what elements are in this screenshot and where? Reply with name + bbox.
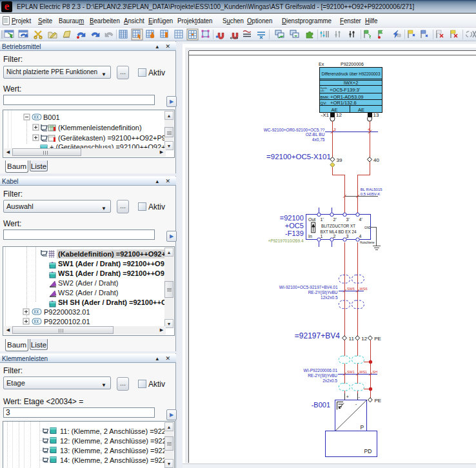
svg-text:BXT ML4 BD EX 24: BXT ML4 BD EX 24 bbox=[321, 229, 357, 235]
svg-text:IWX+2: IWX+2 bbox=[344, 80, 359, 86]
svg-text:PE: PE bbox=[375, 398, 382, 404]
svg-text:B001: B001 bbox=[43, 113, 60, 121]
svg-text:2: 2 bbox=[333, 234, 336, 239]
svg-text:12: 12 bbox=[336, 112, 342, 118]
svg-text:adr.:: adr.: bbox=[321, 89, 326, 92]
svg-text:PE: PE bbox=[374, 336, 381, 342]
svg-text:WI-92100+OC5-92197+BV4.01: WI-92100+OC5-92197+BV4.01 bbox=[279, 285, 338, 289]
svg-text:11: 11 bbox=[349, 336, 355, 342]
svg-text:39: 39 bbox=[337, 157, 342, 163]
svg-text:2x2x0.5: 2x2x0.5 bbox=[322, 378, 337, 383]
svg-text:(Kabeldefinition) =92100++O92+: (Kabeldefinition) =92100++O92+ bbox=[58, 250, 165, 258]
svg-text:RE-2Y(St)YvBU: RE-2Y(St)YvBU bbox=[308, 290, 338, 295]
svg-text:AE: AE bbox=[358, 107, 364, 113]
svg-text:4x0,75: 4x0,75 bbox=[312, 137, 325, 142]
svg-text:+P92197010/269.4: +P92197010/269.4 bbox=[268, 239, 304, 243]
svg-text:SH: SH bbox=[373, 370, 378, 374]
svg-text:+OC5: +OC5 bbox=[285, 222, 304, 229]
svg-text:12x2x0.5: 12x2x0.5 bbox=[321, 295, 338, 300]
svg-text:SW6: SW6 bbox=[347, 287, 355, 291]
svg-text:SW1 (Ader / Draht) =92100++O92: SW1 (Ader / Draht) =92100++O92+ bbox=[58, 260, 165, 268]
svg-text:Out: Out bbox=[308, 217, 315, 222]
svg-text:GND: GND bbox=[364, 226, 372, 229]
svg-text:12: (Klemme, 2 Anschlüsse) =92: 12: (Klemme, 2 Anschlüsse) =92200+ bbox=[60, 437, 165, 445]
svg-text:14: (Klemme, 2 Anschlüsse) =92: 14: (Klemme, 2 Anschlüsse) =92200+ bbox=[60, 456, 165, 464]
svg-text:BLITZDUCTOR XT: BLITZDUCTOR XT bbox=[321, 223, 355, 229]
svg-text:-X1: -X1 bbox=[321, 112, 330, 118]
svg-text:13: (Klemme, 2 Anschlüsse) =92: 13: (Klemme, 2 Anschlüsse) =92200+ bbox=[60, 447, 165, 454]
svg-text:4': 4' bbox=[359, 217, 362, 222]
svg-text:(Gerätekasten) =92100++O92+P92: (Gerätekasten) =92100++O92+P922 bbox=[58, 134, 165, 142]
svg-text:Differenzdruck über H92200003: Differenzdruck über H92200003 bbox=[322, 71, 381, 77]
svg-text:12: 12 bbox=[361, 336, 367, 342]
svg-text:P92200006: P92200006 bbox=[341, 62, 364, 66]
svg-text:OZ-BL BU: OZ-BL BU bbox=[306, 132, 325, 137]
svg-text:WS1: WS1 bbox=[359, 370, 367, 374]
svg-text:Ex: Ex bbox=[319, 62, 324, 66]
svg-text:-B001: -B001 bbox=[312, 401, 330, 409]
svg-text:RE-2Y(St)YvBU: RE-2Y(St)YvBU bbox=[308, 373, 337, 378]
svg-text:PD: PD bbox=[364, 448, 372, 454]
svg-text:SW2 (Ader / Draht): SW2 (Ader / Draht) bbox=[58, 279, 119, 287]
svg-text:1: 1 bbox=[321, 234, 323, 239]
svg-text:QV:: QV: bbox=[321, 101, 327, 105]
svg-text:+OC5-F139:3': +OC5-F139:3' bbox=[330, 87, 361, 93]
svg-text:1': 1' bbox=[321, 217, 324, 222]
svg-text:3': 3' bbox=[346, 217, 350, 222]
svg-text:BMK:: BMK: bbox=[321, 95, 330, 99]
svg-text:3: 3 bbox=[346, 234, 349, 239]
svg-text:P92200102.01: P92200102.01 bbox=[44, 318, 90, 326]
svg-text:11: (Klemme, 2 Anschlüsse) =92: 11: (Klemme, 2 Anschlüsse) =92200+ bbox=[60, 427, 165, 435]
svg-text:=92197+BV4: =92197+BV4 bbox=[295, 331, 340, 340]
svg-text:2': 2' bbox=[333, 217, 337, 222]
svg-text:BL RAL5015: BL RAL5015 bbox=[361, 188, 382, 191]
svg-text:+OR1/132.6: +OR1/132.6 bbox=[330, 100, 357, 106]
svg-text:WI-P92200006.01: WI-P92200006.01 bbox=[304, 368, 338, 373]
svg-text:0,5 H05V-K: 0,5 H05V-K bbox=[361, 192, 381, 196]
svg-text:4: 4 bbox=[359, 234, 362, 239]
svg-text:SH SH (Ader / Draht) =92100++O: SH SH (Ader / Draht) =92100++O92 bbox=[58, 298, 165, 306]
svg-text:P: P bbox=[361, 424, 364, 431]
svg-text:WS2 (Ader / Draht): WS2 (Ader / Draht) bbox=[58, 289, 119, 297]
svg-text:+: + bbox=[346, 395, 349, 399]
svg-text:WS6: WS6 bbox=[360, 287, 368, 291]
svg-text:P92200032.01: P92200032.01 bbox=[44, 308, 90, 316]
svg-text:WS1 (Ader / Draht) =92100++O92: WS1 (Ader / Draht) =92100++O92+ bbox=[58, 269, 165, 277]
svg-text:SW1: SW1 bbox=[347, 370, 355, 374]
svg-text:Hutschiene: Hutschiene bbox=[360, 241, 375, 244]
svg-text:(Klemmenleistendefinition): (Klemmenleistendefinition) bbox=[58, 124, 142, 132]
svg-text:=92100: =92100 bbox=[280, 214, 304, 222]
svg-text:+OR1-AD53.09: +OR1-AD53.09 bbox=[330, 94, 364, 100]
svg-text:-F139: -F139 bbox=[285, 229, 304, 237]
svg-text:In: In bbox=[308, 234, 312, 239]
svg-text:WC-92100+OR0-92100+OC5.??: WC-92100+OR0-92100+OC5.?? bbox=[264, 128, 325, 132]
svg-text:40: 40 bbox=[373, 157, 379, 163]
svg-text:13: 13 bbox=[373, 112, 379, 118]
svg-text:=92100+OC5-X101: =92100+OC5-X101 bbox=[266, 153, 331, 161]
